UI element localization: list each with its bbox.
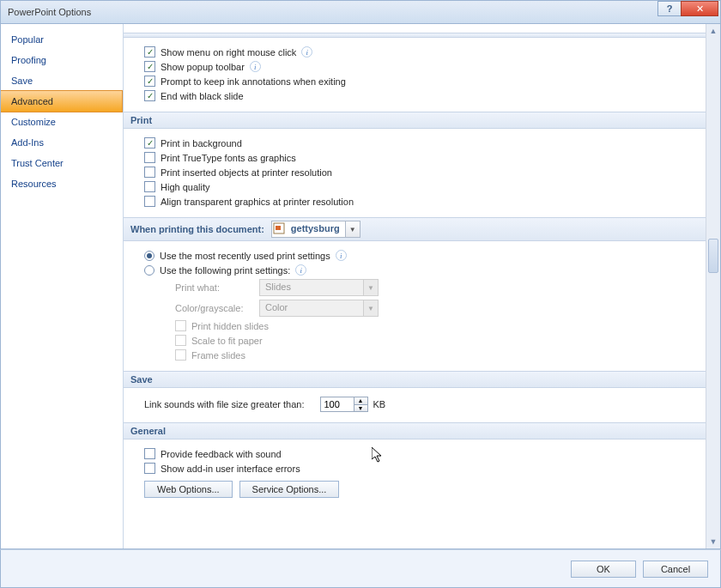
combo-value: Slides bbox=[260, 280, 363, 295]
label: Show popup toolbar bbox=[161, 62, 245, 72]
sidebar-item-trustcenter[interactable]: Trust Center bbox=[1, 153, 123, 173]
window-title: PowerPoint Options bbox=[8, 7, 91, 17]
scroll-up-icon[interactable]: ▲ bbox=[706, 24, 720, 38]
sidebar-item-label: Save bbox=[11, 76, 33, 86]
chevron-up-icon[interactable]: ▲ bbox=[354, 397, 367, 405]
info-icon[interactable]: i bbox=[250, 61, 261, 72]
checkbox-show-popup-toolbar[interactable] bbox=[144, 61, 155, 72]
checkbox-show-menu-right[interactable] bbox=[144, 46, 155, 58]
label-print-what: Print what: bbox=[175, 282, 254, 293]
cancel-button[interactable]: Cancel bbox=[643, 561, 708, 578]
info-icon[interactable]: i bbox=[295, 264, 306, 276]
sidebar-item-proofing[interactable]: Proofing bbox=[1, 50, 123, 70]
title-bar: PowerPoint Options ? ✕ bbox=[0, 0, 721, 24]
section-bar-clipped bbox=[124, 33, 706, 38]
sidebar-item-popular[interactable]: Popular bbox=[1, 29, 123, 50]
label: Print inserted objects at printer resolu… bbox=[161, 167, 332, 178]
info-icon[interactable]: i bbox=[301, 46, 312, 58]
checkbox-truetype[interactable] bbox=[144, 152, 155, 163]
content-scroll: Show menu on right mouse clicki Show pop… bbox=[124, 24, 706, 549]
info-icon[interactable]: i bbox=[336, 250, 347, 261]
label: Print hidden slides bbox=[191, 321, 269, 331]
dialog-footer: OK Cancel bbox=[0, 549, 721, 588]
sidebar-item-label: Resources bbox=[11, 179, 57, 189]
sidebar-item-label: Proofing bbox=[11, 55, 46, 65]
slideshow-group: Show menu on right mouse clicki Show pop… bbox=[124, 43, 706, 112]
sidebar-item-customize[interactable]: Customize bbox=[1, 112, 123, 132]
label: Align transparent graphics at printer re… bbox=[161, 197, 354, 207]
button-label: OK bbox=[597, 564, 610, 574]
web-options-button[interactable]: Web Options... bbox=[144, 481, 233, 498]
chevron-down-icon[interactable]: ▼ bbox=[345, 221, 360, 237]
dialog-body: Popular Proofing Save Advanced Customize… bbox=[0, 24, 721, 549]
chevron-down-icon: ▼ bbox=[363, 300, 378, 316]
spinner-arrows[interactable]: ▲▼ bbox=[354, 397, 367, 411]
radio-use-following[interactable] bbox=[144, 265, 154, 276]
label: Show menu on right mouse click bbox=[161, 47, 296, 58]
sidebar-item-label: Trust Center bbox=[11, 158, 64, 168]
sidebar-item-save[interactable]: Save bbox=[1, 70, 123, 91]
category-sidebar: Popular Proofing Save Advanced Customize… bbox=[1, 24, 124, 549]
section-heading: Print bbox=[130, 115, 152, 125]
combo-value: Color bbox=[260, 300, 363, 316]
radio-use-recent[interactable] bbox=[144, 251, 154, 261]
sidebar-item-advanced[interactable]: Advanced bbox=[1, 90, 123, 112]
label-kb: KB bbox=[373, 399, 386, 409]
button-label: Web Options... bbox=[157, 484, 220, 494]
combo-value: gettysburg bbox=[286, 221, 345, 237]
checkbox-print-hidden bbox=[175, 320, 186, 331]
close-button[interactable]: ✕ bbox=[681, 1, 718, 16]
spinner-file-size[interactable]: 100 ▲▼ bbox=[320, 397, 368, 412]
label-color-grayscale: Color/grayscale: bbox=[175, 303, 254, 313]
checkbox-prompt-ink[interactable] bbox=[144, 76, 155, 87]
label: Use the following print settings: bbox=[160, 265, 290, 276]
save-group: Link sounds with file size greater than:… bbox=[124, 393, 706, 422]
sidebar-item-resources[interactable]: Resources bbox=[1, 173, 123, 194]
section-heading: General bbox=[130, 426, 166, 436]
button-label: Service Options... bbox=[252, 484, 327, 494]
combo-print-what: Slides ▼ bbox=[259, 279, 379, 296]
section-print-document: When printing this document: gettysburg … bbox=[124, 217, 706, 241]
label: Prompt to keep ink annotations when exit… bbox=[161, 76, 346, 87]
label: Scale to fit paper bbox=[191, 336, 263, 346]
spinner-value[interactable]: 100 bbox=[321, 397, 354, 411]
ok-button[interactable]: OK bbox=[571, 561, 636, 578]
checkbox-scale-fit bbox=[175, 335, 186, 346]
label-link-sounds: Link sounds with file size greater than: bbox=[144, 399, 305, 409]
checkbox-print-background[interactable] bbox=[144, 137, 155, 149]
document-selector[interactable]: gettysburg ▼ bbox=[271, 221, 360, 238]
sidebar-item-addins[interactable]: Add-Ins bbox=[1, 132, 123, 153]
print-group: Print in background Print TrueType fonts… bbox=[124, 134, 706, 217]
label: Print TrueType fonts as graphics bbox=[161, 153, 296, 163]
powerpoint-file-icon bbox=[272, 221, 286, 235]
checkbox-addin-errors[interactable] bbox=[144, 463, 155, 474]
checkbox-frame-slides bbox=[175, 349, 186, 361]
scroll-down-icon[interactable]: ▼ bbox=[706, 535, 720, 549]
sidebar-item-label: Popular bbox=[11, 34, 44, 45]
label: Frame slides bbox=[191, 350, 245, 361]
print-document-group: Use the most recently used print setting… bbox=[124, 246, 706, 371]
label: Provide feedback with sound bbox=[161, 449, 282, 459]
scrollbar-thumb[interactable] bbox=[708, 239, 718, 273]
section-save: Save bbox=[124, 371, 706, 388]
label: Use the most recently used print setting… bbox=[160, 251, 330, 261]
checkbox-feedback-sound[interactable] bbox=[144, 448, 155, 459]
sidebar-item-label: Advanced bbox=[11, 96, 53, 106]
section-heading: Save bbox=[130, 374, 153, 385]
checkbox-high-quality[interactable] bbox=[144, 181, 155, 192]
label: Show add-in user interface errors bbox=[161, 464, 300, 474]
button-label: Cancel bbox=[661, 564, 690, 574]
sidebar-item-label: Customize bbox=[11, 117, 56, 127]
vertical-scrollbar[interactable]: ▲ ▼ bbox=[706, 24, 720, 549]
chevron-down-icon: ▼ bbox=[363, 280, 378, 295]
section-general: General bbox=[124, 422, 706, 439]
chevron-down-icon[interactable]: ▼ bbox=[354, 405, 367, 412]
checkbox-align-transparent[interactable] bbox=[144, 196, 155, 207]
label: Print in background bbox=[161, 138, 242, 149]
checkbox-inserted-objects[interactable] bbox=[144, 167, 155, 178]
checkbox-end-black[interactable] bbox=[144, 90, 155, 101]
help-button[interactable]: ? bbox=[657, 1, 682, 16]
service-options-button[interactable]: Service Options... bbox=[239, 481, 340, 498]
sidebar-item-label: Add-Ins bbox=[11, 137, 44, 148]
general-group: Provide feedback with sound Show add-in … bbox=[124, 445, 706, 508]
